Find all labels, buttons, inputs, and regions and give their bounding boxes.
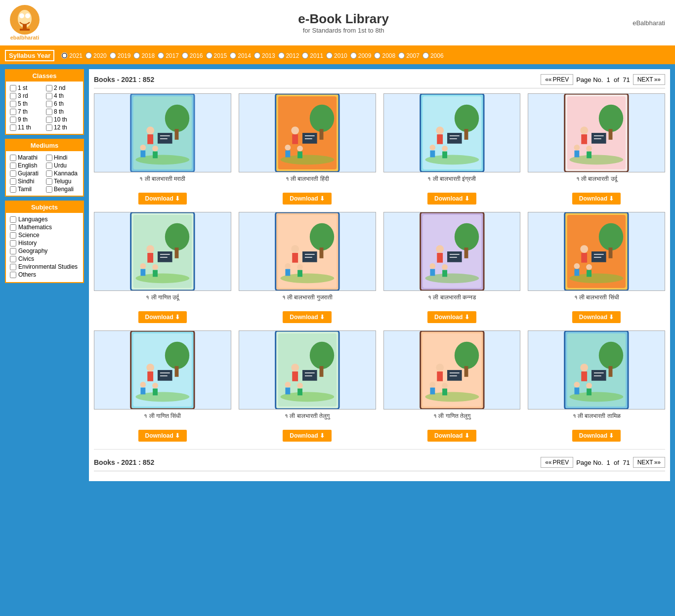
svg-point-148: [285, 382, 291, 388]
medium-grid: Marathi Hindi English Urdu Gujarati Kann…: [10, 154, 79, 193]
syllabus-year-2012[interactable]: 2012: [278, 52, 299, 59]
download-button-10[interactable]: Download ⬇: [427, 430, 476, 442]
syllabus-year-2015[interactable]: 2015: [206, 52, 227, 59]
svg-point-11: [146, 126, 154, 134]
svg-rect-121: [587, 270, 591, 277]
download-button-8[interactable]: Download ⬇: [138, 430, 187, 442]
syllabus-year-2020[interactable]: 2020: [85, 52, 107, 59]
class-label-12th[interactable]: 12 th: [46, 124, 79, 131]
syllabus-year-2009[interactable]: 2009: [350, 52, 372, 59]
svg-point-28: [285, 145, 291, 151]
medium-label-marathi[interactable]: Marathi: [10, 154, 43, 161]
download-button-11[interactable]: Download ⬇: [572, 430, 621, 442]
download-button-2[interactable]: Download ⬇: [427, 193, 476, 205]
class-label-6th[interactable]: 6 th: [46, 100, 79, 107]
svg-rect-122: [591, 251, 606, 262]
book-cover-1: [239, 93, 376, 172]
svg-rect-152: [302, 370, 317, 381]
syllabus-year-2013[interactable]: 2013: [254, 52, 275, 59]
download-button-0[interactable]: Download ⬇: [138, 193, 187, 205]
next-button-top[interactable]: NEXT »»: [633, 74, 665, 85]
download-button-5[interactable]: Download ⬇: [283, 311, 332, 323]
prev-button-top[interactable]: «« PREV: [541, 74, 573, 85]
next-button-bottom[interactable]: NEXT »»: [633, 457, 665, 468]
svg-rect-144: [319, 366, 323, 377]
medium-label-hindi[interactable]: Hindi: [46, 154, 79, 161]
download-button-4[interactable]: Download ⬇: [138, 311, 187, 323]
syllabus-year-2016[interactable]: 2016: [182, 52, 203, 59]
download-button-1[interactable]: Download ⬇: [283, 193, 332, 205]
subject-label-mathematics[interactable]: Mathematics: [10, 224, 79, 231]
header: ebalbharati e-Book Library for Standards…: [0, 0, 675, 47]
medium-label-kannada[interactable]: Kannada: [46, 170, 79, 177]
medium-label-english[interactable]: English: [10, 162, 43, 169]
header-title: e-Book Library for Standards from 1st to…: [54, 11, 633, 34]
class-label-1st[interactable]: 1 st: [10, 84, 43, 91]
books-grid: १ ली बालभारती मराठीDownload ⬇ १ ली बालभा…: [94, 93, 665, 442]
sidebar: Classes 1 st 2 nd 3 rd 4 th 5 th 6 th 7 …: [5, 69, 84, 481]
next-chevron-icon: »»: [654, 76, 661, 83]
class-label-10th[interactable]: 10 th: [46, 116, 79, 123]
class-label-2nd[interactable]: 2 nd: [46, 84, 79, 91]
class-label-7th[interactable]: 7 th: [10, 108, 43, 115]
book-title-7: १ ली बालभारती सिंधी: [528, 294, 665, 309]
syllabus-year-2011[interactable]: 2011: [302, 52, 323, 59]
svg-rect-107: [447, 251, 462, 262]
download-button-7[interactable]: Download ⬇: [572, 311, 621, 323]
book-title-8: १ ली गाणित सिंधी: [94, 412, 231, 427]
svg-point-73: [140, 263, 146, 269]
class-label-4th[interactable]: 4 th: [46, 92, 79, 99]
subject-label-history[interactable]: History: [10, 240, 79, 246]
svg-rect-39: [464, 129, 468, 140]
subjects-section: Subjects Languages Mathematics Science H…: [5, 201, 84, 283]
subject-label-languages[interactable]: Languages: [10, 216, 79, 223]
prev-button-bottom[interactable]: «« PREV: [541, 457, 573, 468]
svg-rect-46: [442, 152, 447, 159]
svg-rect-147: [292, 371, 298, 381]
svg-point-88: [285, 263, 291, 269]
svg-rect-114: [609, 247, 613, 258]
syllabus-year-2017[interactable]: 2017: [158, 52, 179, 59]
syllabus-year-2007[interactable]: 2007: [398, 52, 420, 59]
syllabus-year-2019[interactable]: 2019: [110, 52, 131, 59]
medium-label-tamil[interactable]: Tamil: [10, 186, 43, 193]
svg-rect-119: [575, 269, 580, 276]
syllabus-year-2018[interactable]: 2018: [133, 52, 155, 59]
book-cover-7: [528, 212, 665, 291]
medium-label-urdu[interactable]: Urdu: [46, 162, 79, 169]
class-label-9th[interactable]: 9 th: [10, 116, 43, 123]
subject-label-civics[interactable]: Civics: [10, 255, 79, 262]
medium-label-telugu[interactable]: Telugu: [46, 178, 79, 185]
class-label-3rd[interactable]: 3 rd: [10, 92, 43, 99]
syllabus-year-2006[interactable]: 2006: [422, 52, 444, 59]
subject-label-geography[interactable]: Geography: [10, 247, 79, 254]
classes-body: 1 st 2 nd 3 rd 4 th 5 th 6 th 7 th 8 th …: [6, 82, 83, 134]
book-title-11: १ ली बालभारती तामिळ: [528, 412, 665, 427]
book-title-0: १ ली बालभारती मराठी: [94, 175, 231, 190]
download-button-9[interactable]: Download ⬇: [283, 430, 332, 442]
svg-rect-92: [302, 251, 317, 262]
book-cover-8: [94, 330, 231, 410]
class-label-8th[interactable]: 8 th: [46, 108, 79, 115]
syllabus-year-2010[interactable]: 2010: [326, 52, 347, 59]
book-item-4: १ ली गाणित उर्दूDownload ⬇: [94, 212, 231, 323]
class-label-11th[interactable]: 11 th: [10, 124, 43, 131]
svg-rect-179: [575, 388, 580, 395]
syllabus-year-2021[interactable]: 2021: [61, 52, 83, 59]
next-chevron-icon-bottom: »»: [654, 459, 661, 466]
medium-label-sindhi[interactable]: Sindhi: [10, 178, 43, 185]
medium-label-bengali[interactable]: Bengali: [46, 186, 79, 193]
svg-rect-61: [587, 152, 591, 159]
class-label-5th[interactable]: 5 th: [10, 100, 43, 107]
medium-label-gujarati[interactable]: Gujarati: [10, 170, 43, 177]
svg-rect-89: [285, 269, 290, 276]
download-button-3[interactable]: Download ⬇: [572, 193, 621, 205]
subject-label-environmental-studies[interactable]: Environmental Studies: [10, 263, 79, 270]
syllabus-year-2008[interactable]: 2008: [374, 52, 395, 59]
download-button-6[interactable]: Download ⬇: [427, 311, 476, 323]
subject-label-science[interactable]: Science: [10, 232, 79, 239]
svg-rect-47: [447, 133, 462, 144]
mediums-title: Mediums: [6, 140, 83, 151]
subject-label-others[interactable]: Others: [10, 271, 79, 278]
syllabus-year-2014[interactable]: 2014: [230, 52, 251, 59]
